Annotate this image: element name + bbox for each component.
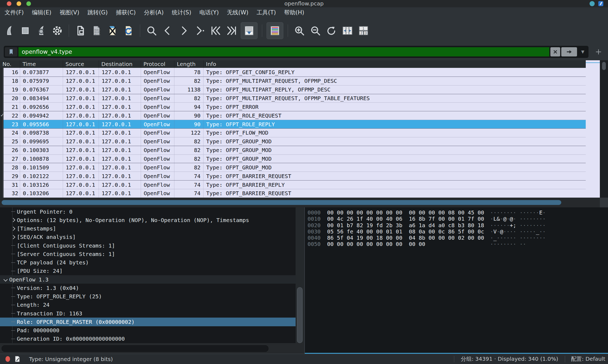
menu-item-6[interactable]: 分析(A) bbox=[140, 7, 168, 18]
expert-info-icon[interactable] bbox=[5, 356, 10, 362]
cell-destination[interactable]: 127.0.0.1 bbox=[99, 103, 141, 111]
cell-info[interactable]: Type: OFPT_ROLE_REQUEST bbox=[203, 111, 586, 120]
packet-row[interactable]: 260.100303127.0.0.1127.0.0.1OpenFlow82Ty… bbox=[0, 146, 586, 154]
cell-protocol[interactable]: OpenFlow bbox=[141, 103, 174, 111]
hex-row[interactable]: 004086 5f 04 19 00 18 00 00 04 8b 00 00 … bbox=[305, 235, 608, 241]
detail-row[interactable]: Type: OFPT_ROLE_REPLY (25) bbox=[0, 292, 296, 301]
previous-packet-button[interactable] bbox=[161, 24, 175, 38]
packet-row[interactable]: 240.098738127.0.0.1127.0.0.1OpenFlow122T… bbox=[0, 128, 586, 137]
cell-protocol[interactable]: OpenFlow bbox=[141, 146, 174, 154]
cell-time[interactable]: 0.102122 bbox=[20, 172, 63, 180]
clear-filter-button[interactable] bbox=[550, 47, 560, 56]
cell-source[interactable]: 127.0.0.1 bbox=[63, 77, 99, 85]
hex-row[interactable]: 001000 4c 26 1f 40 00 40 06 16 8b 7f 00 … bbox=[305, 216, 608, 222]
cell-source[interactable]: 127.0.0.1 bbox=[63, 181, 99, 189]
cell-info[interactable]: Type: OFPT_GROUP_MOD bbox=[203, 155, 586, 163]
menu-item-10[interactable]: 工具(T) bbox=[252, 7, 280, 18]
packet-row[interactable]: 180.075979127.0.0.1127.0.0.1OpenFlow82Ty… bbox=[0, 77, 586, 85]
display-filter-input[interactable]: openflow_v4.type bbox=[18, 47, 549, 56]
input-method-icon[interactable] bbox=[598, 1, 604, 7]
menu-item-5[interactable]: 捕获(C) bbox=[112, 7, 140, 18]
hex-bytes[interactable]: 00 4c 26 1f 40 00 40 06 16 8b 7f 00 00 0… bbox=[327, 216, 490, 222]
hex-bytes[interactable]: 05 56 fe 40 00 00 01 01 08 0a 00 0c 86 5… bbox=[327, 229, 490, 235]
cell-destination[interactable]: 127.0.0.1 bbox=[99, 189, 141, 198]
detail-row[interactable]: TCP payload (24 bytes) bbox=[0, 258, 296, 267]
cell-time[interactable]: 0.094942 bbox=[20, 111, 63, 120]
cell-info[interactable]: Type: OFPT_GET_CONFIG_REPLY bbox=[203, 68, 586, 77]
cell-protocol[interactable]: OpenFlow bbox=[141, 77, 174, 85]
save-file-button[interactable]: 010100110101110 bbox=[89, 24, 104, 38]
packet-row[interactable]: 310.103126127.0.0.1127.0.0.1OpenFlow74Ty… bbox=[0, 180, 586, 189]
hex-ascii[interactable]: ········ ······E· bbox=[490, 210, 546, 216]
packet-list-horizontal-scrollbar[interactable] bbox=[0, 198, 600, 207]
cell-source[interactable]: 127.0.0.1 bbox=[63, 68, 99, 77]
detail-vertical-scrollbar-thumb[interactable] bbox=[297, 287, 303, 343]
packet-row[interactable]: 270.100878127.0.0.1127.0.0.1OpenFlow82Ty… bbox=[0, 154, 586, 163]
hex-ascii[interactable]: ·L&·@·@· ········ bbox=[490, 216, 546, 222]
cell-protocol[interactable]: OpenFlow bbox=[141, 111, 174, 120]
close-file-button[interactable] bbox=[105, 24, 120, 38]
cell-time[interactable]: 0.095566 bbox=[20, 120, 63, 128]
filter-dropdown-caret[interactable]: ▼ bbox=[578, 47, 587, 56]
cell-protocol[interactable]: OpenFlow bbox=[141, 94, 174, 103]
cell-destination[interactable]: 127.0.0.1 bbox=[99, 111, 141, 120]
cell-destination[interactable]: 127.0.0.1 bbox=[99, 77, 141, 85]
cell-info[interactable]: Type: OFPT_BARRIER_REQUEST bbox=[203, 172, 586, 180]
cell-info[interactable]: Type: OFPT_ROLE_REPLY bbox=[203, 120, 586, 128]
cell-length[interactable]: 82 bbox=[174, 77, 203, 85]
detail-row[interactable]: Generation ID: 0x0000000000000000 bbox=[0, 335, 296, 343]
column-header-length[interactable]: Length bbox=[174, 60, 203, 68]
cell-length[interactable]: 82 bbox=[174, 163, 203, 172]
packet-list-vertical-scrollbar-thumb[interactable] bbox=[602, 62, 606, 70]
cell-destination[interactable]: 127.0.0.1 bbox=[99, 68, 141, 77]
cell-protocol[interactable]: OpenFlow bbox=[141, 68, 174, 77]
hex-ascii[interactable]: ·_······ ········ bbox=[490, 235, 546, 241]
chevron-right-icon[interactable] bbox=[9, 236, 17, 239]
cell-protocol[interactable]: OpenFlow bbox=[141, 129, 174, 137]
next-packet-button[interactable] bbox=[177, 24, 191, 38]
cell-destination[interactable]: 127.0.0.1 bbox=[99, 163, 141, 172]
cell-length[interactable]: 94 bbox=[174, 103, 203, 111]
detail-row[interactable]: Urgent Pointer: 0 bbox=[0, 207, 296, 216]
column-header-source[interactable]: Source bbox=[63, 60, 99, 68]
resize-columns-button[interactable] bbox=[340, 24, 355, 38]
cell-time[interactable]: 0.075979 bbox=[20, 77, 63, 85]
cell-source[interactable]: 127.0.0.1 bbox=[63, 155, 99, 163]
cell-length[interactable]: 90 bbox=[174, 111, 203, 120]
column-header-destination[interactable]: Destination bbox=[99, 60, 141, 68]
zoom-in-button[interactable] bbox=[292, 24, 306, 38]
cell-source[interactable]: 127.0.0.1 bbox=[63, 94, 99, 103]
hex-row[interactable]: 000000 00 00 00 00 00 00 00 00 00 00 00 … bbox=[305, 210, 608, 216]
cell-length[interactable]: 82 bbox=[174, 155, 203, 163]
capture-start-button[interactable] bbox=[2, 24, 16, 38]
cell-protocol[interactable]: OpenFlow bbox=[141, 120, 174, 128]
cell-time[interactable]: 0.083494 bbox=[20, 94, 63, 103]
cell-length[interactable]: 90 bbox=[174, 120, 203, 128]
cell-info[interactable]: Type: OFPT_GROUP_MOD bbox=[203, 163, 586, 172]
cell-destination[interactable]: 127.0.0.1 bbox=[99, 146, 141, 154]
packet-row[interactable]: 210.092656127.0.0.1127.0.0.1OpenFlow94Ty… bbox=[0, 102, 586, 111]
cell-info[interactable]: Type: OFPT_GROUP_MOD bbox=[203, 146, 586, 154]
cell-length[interactable]: 78 bbox=[174, 68, 203, 77]
detail-vertical-scrollbar[interactable] bbox=[296, 207, 304, 343]
cell-info[interactable]: Type: OFPT_ERROR bbox=[203, 103, 586, 111]
column-header-time[interactable]: Time bbox=[20, 60, 63, 68]
cell-length[interactable]: 82 bbox=[174, 94, 203, 103]
cell-protocol[interactable]: OpenFlow bbox=[141, 189, 174, 198]
packet-row[interactable]: 290.102122127.0.0.1127.0.0.1OpenFlow74Ty… bbox=[0, 172, 586, 180]
cell-length[interactable]: 82 bbox=[174, 137, 203, 146]
menu-item-11[interactable]: 帮助(H) bbox=[280, 7, 308, 18]
menu-item-7[interactable]: 统计(S) bbox=[168, 7, 195, 18]
cell-time[interactable]: 0.103126 bbox=[20, 181, 63, 189]
cell-protocol[interactable]: OpenFlow bbox=[141, 86, 174, 94]
detail-row[interactable]: [Server Contiguous Streams: 1] bbox=[0, 250, 296, 258]
detail-horizontal-scrollbar[interactable] bbox=[0, 343, 304, 354]
hex-row[interactable]: 002000 01 b7 82 19 fd 2b 3b a6 1a d4 a0 … bbox=[305, 222, 608, 229]
cell-length[interactable]: 74 bbox=[174, 189, 203, 198]
cell-destination[interactable]: 127.0.0.1 bbox=[99, 120, 141, 128]
cell-info[interactable]: Type: OFPT_MULTIPART_REPLY, OFPMP_DESC bbox=[203, 86, 586, 94]
packet-row[interactable]: 220.094942127.0.0.1127.0.0.1OpenFlow90Ty… bbox=[0, 111, 586, 120]
open-file-button[interactable] bbox=[73, 24, 87, 38]
packet-list-horizontal-scrollbar-thumb[interactable] bbox=[2, 200, 561, 205]
cell-protocol[interactable]: OpenFlow bbox=[141, 172, 174, 180]
